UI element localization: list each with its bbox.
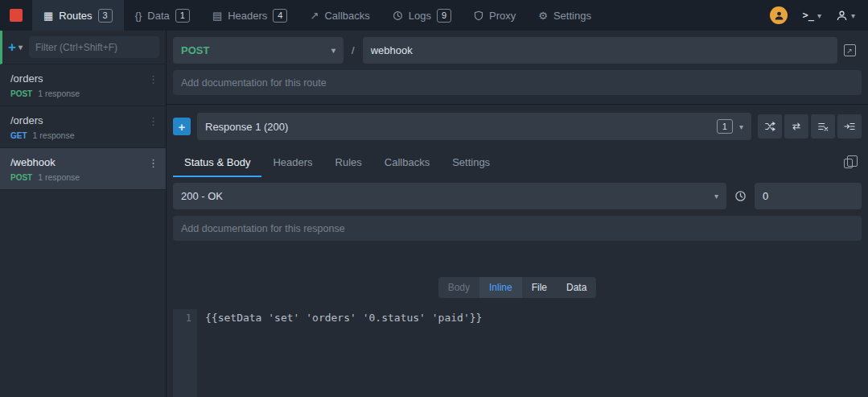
tab-label: Data — [147, 10, 169, 22]
method-label: POST — [10, 89, 32, 98]
add-response-button[interactable]: + — [173, 118, 191, 135]
method-label: GET — [10, 131, 27, 140]
tab-label: Logs — [409, 10, 431, 22]
tab-callbacks[interactable]: ↗ Callbacks — [298, 0, 381, 31]
tab-headers[interactable]: ▤ Headers 4 — [201, 0, 299, 31]
editor-code-line[interactable]: {{setData 'set' 'orders' '0.status' 'pai… — [197, 309, 862, 397]
cli-menu[interactable]: >_ ▾ — [802, 10, 821, 21]
status-code-select[interactable]: 200 - OK ▾ — [173, 183, 726, 209]
header-right: >_ ▾ ▾ — [770, 0, 868, 31]
status-row: 200 - OK ▾ — [173, 183, 862, 209]
route-url-row: POST ▾ / ↗ — [173, 37, 862, 64]
body-mode-row: Body Inline File Data — [173, 277, 862, 298]
body-mode-inline[interactable]: Inline — [479, 277, 522, 298]
header: ▦ Routes 3 {} Data 1 ▤ Headers 4 ↗ Callb… — [0, 0, 868, 31]
responses-count: 1 response — [33, 130, 75, 140]
response-count-badge: 1 — [717, 119, 733, 134]
route-menu-icon[interactable]: ⋮ — [148, 157, 158, 169]
body-editor[interactable]: 1 {{setData 'set' 'orders' '0.status' 'p… — [173, 309, 862, 397]
user-avatar[interactable] — [770, 6, 788, 24]
tab-status-body[interactable]: Status & Body — [173, 147, 261, 177]
response-select-label: Response 1 (200) — [205, 121, 288, 133]
person-icon — [774, 10, 784, 21]
routes-grid-icon: ▦ — [43, 10, 53, 22]
divider — [167, 104, 868, 105]
account-menu[interactable]: ▾ — [836, 10, 855, 22]
shuffle-icon — [764, 121, 775, 132]
responses-count: 1 response — [38, 172, 80, 182]
tab-settings[interactable]: ⚙ Settings — [527, 0, 603, 31]
routes-count-badge: 3 — [98, 9, 113, 23]
stop-icon — [10, 9, 23, 22]
clock-icon — [734, 190, 747, 202]
tab-response-settings[interactable]: Settings — [441, 147, 501, 177]
app-body: + ▾ /orders ⋮ POST 1 response /orders ⋮ … — [0, 31, 868, 397]
route-menu-icon[interactable]: ⋮ — [148, 73, 158, 85]
line-number: 1 — [186, 312, 191, 324]
latency-input[interactable] — [755, 183, 862, 209]
repeat-icon — [791, 121, 802, 132]
chevron-down-icon: ▾ — [331, 46, 335, 55]
gear-icon: ⚙ — [538, 10, 548, 22]
body-mode-toggle: Body Inline File Data — [438, 277, 597, 298]
route-item-orders-post[interactable]: /orders ⋮ POST 1 response — [0, 64, 166, 106]
tab-response-headers[interactable]: Headers — [261, 147, 323, 177]
method-select[interactable]: POST ▾ — [173, 37, 343, 64]
copy-icon — [844, 159, 853, 168]
body-mode-file[interactable]: File — [522, 277, 557, 298]
response-documentation-input[interactable] — [173, 216, 862, 241]
rules-disable-icon — [817, 121, 829, 132]
tab-data[interactable]: {} Data 1 — [124, 0, 201, 31]
route-menu-icon[interactable]: ⋮ — [148, 115, 158, 127]
chevron-down-icon: ▾ — [714, 192, 718, 201]
response-tabs: Status & Body Headers Rules Callbacks Se… — [173, 147, 862, 177]
braces-icon: {} — [135, 10, 142, 22]
routes-sidebar: + ▾ /orders ⋮ POST 1 response /orders ⋮ … — [0, 31, 167, 397]
sequential-response-button[interactable] — [784, 114, 808, 139]
responses-count: 1 response — [38, 89, 80, 98]
logs-count-badge: 9 — [437, 9, 451, 23]
tab-proxy[interactable]: Proxy — [463, 0, 527, 31]
tab-rules[interactable]: Rules — [324, 147, 373, 177]
response-select[interactable]: Response 1 (200) 1 ▾ — [197, 113, 751, 140]
tab-label: Callbacks — [324, 10, 369, 22]
stop-environment-button[interactable] — [0, 0, 32, 31]
account-icon — [836, 10, 848, 22]
open-route-button[interactable]: ↗ — [837, 44, 862, 56]
method-value: POST — [181, 44, 209, 56]
tab-routes[interactable]: ▦ Routes 3 — [32, 0, 124, 31]
route-item-webhook-post[interactable]: /webhook ⋮ POST 1 response — [0, 148, 166, 190]
response-mode-buttons — [758, 114, 862, 139]
disable-rules-button[interactable] — [811, 114, 835, 139]
route-filter-input[interactable] — [29, 36, 159, 58]
add-route-button[interactable]: + ▾ — [8, 39, 23, 56]
plus-icon: + — [179, 120, 186, 134]
sidebar-toolbar: + ▾ — [0, 31, 166, 64]
route-documentation-input[interactable] — [173, 70, 862, 95]
random-response-button[interactable] — [758, 114, 782, 139]
editor-gutter: 1 — [173, 309, 197, 397]
copy-response-button[interactable] — [844, 156, 857, 169]
chevron-down-icon: ▾ — [19, 43, 23, 52]
fallback-icon — [844, 121, 855, 132]
route-path: /orders — [10, 114, 158, 126]
route-item-orders-get[interactable]: /orders ⋮ GET 1 response — [0, 106, 166, 148]
tab-label: Settings — [553, 10, 591, 22]
tab-label: Proxy — [489, 10, 516, 22]
route-path-input[interactable] — [363, 37, 837, 64]
route-path: /orders — [10, 72, 158, 85]
logs-clock-icon — [393, 10, 403, 21]
latency-button[interactable] — [734, 190, 747, 202]
body-mode-data[interactable]: Data — [557, 277, 596, 298]
path-separator: / — [352, 44, 355, 56]
tab-label: Routes — [59, 10, 92, 22]
tab-logs[interactable]: Logs 9 — [381, 0, 463, 31]
data-count-badge: 1 — [175, 9, 190, 23]
tab-response-callbacks[interactable]: Callbacks — [373, 147, 441, 177]
status-code-value: 200 - OK — [181, 190, 223, 202]
terminal-icon: >_ — [802, 10, 813, 21]
method-label: POST — [10, 173, 32, 182]
body-mode-label: Body — [438, 277, 479, 298]
fallback-mode-button[interactable] — [837, 114, 862, 139]
route-editor: POST ▾ / ↗ + Response 1 (200) 1 ▾ — [167, 31, 868, 397]
